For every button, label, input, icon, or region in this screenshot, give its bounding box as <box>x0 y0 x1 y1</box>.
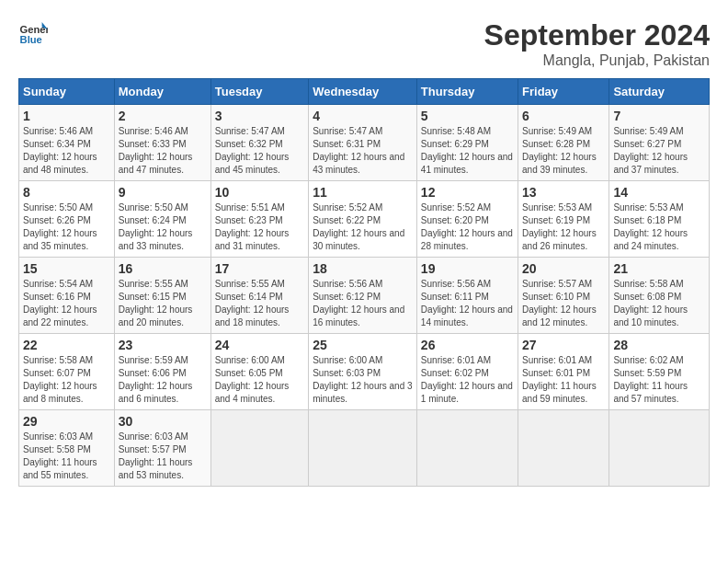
calendar-cell: 21 Sunrise: 5:58 AMSunset: 6:08 PMDaylig… <box>609 258 710 334</box>
day-detail: Sunrise: 5:55 AMSunset: 6:14 PMDaylight:… <box>215 279 290 327</box>
day-detail: Sunrise: 6:01 AMSunset: 6:01 PMDaylight:… <box>522 355 597 404</box>
calendar-cell: 7 Sunrise: 5:49 AMSunset: 6:27 PMDayligh… <box>609 105 710 181</box>
day-detail: Sunrise: 6:02 AMSunset: 5:59 PMDaylight:… <box>613 355 688 404</box>
day-detail: Sunrise: 5:49 AMSunset: 6:28 PMDaylight:… <box>522 126 597 175</box>
weekday-header-tuesday: Tuesday <box>210 79 308 105</box>
day-number: 28 <box>613 338 705 352</box>
weekday-header-friday: Friday <box>518 79 609 105</box>
day-number: 6 <box>522 109 605 123</box>
day-number: 17 <box>215 261 304 276</box>
day-detail: Sunrise: 5:56 AMSunset: 6:11 PMDaylight:… <box>421 279 513 327</box>
day-number: 13 <box>522 185 605 200</box>
day-number: 11 <box>313 185 413 200</box>
calendar-cell: 8 Sunrise: 5:50 AMSunset: 6:26 PMDayligh… <box>19 181 115 258</box>
calendar-cell: 30 Sunrise: 6:03 AMSunset: 5:57 PMDaylig… <box>114 410 210 487</box>
calendar-cell: 22 Sunrise: 5:58 AMSunset: 6:07 PMDaylig… <box>19 334 115 410</box>
weekday-header-wednesday: Wednesday <box>309 79 417 105</box>
day-detail: Sunrise: 5:56 AMSunset: 6:12 PMDaylight:… <box>313 279 404 327</box>
day-number: 25 <box>313 338 413 352</box>
day-number: 29 <box>23 414 110 429</box>
day-detail: Sunrise: 5:46 AMSunset: 6:34 PMDaylight:… <box>23 126 97 175</box>
calendar-cell: 14 Sunrise: 5:53 AMSunset: 6:18 PMDaylig… <box>609 181 710 258</box>
day-detail: Sunrise: 5:47 AMSunset: 6:31 PMDaylight:… <box>313 126 404 175</box>
day-detail: Sunrise: 5:46 AMSunset: 6:33 PMDaylight:… <box>119 126 193 175</box>
calendar-cell: 13 Sunrise: 5:53 AMSunset: 6:19 PMDaylig… <box>518 181 609 258</box>
calendar-cell: 3 Sunrise: 5:47 AMSunset: 6:32 PMDayligh… <box>210 105 308 181</box>
week-row-4: 22 Sunrise: 5:58 AMSunset: 6:07 PMDaylig… <box>19 334 710 410</box>
calendar-cell: 16 Sunrise: 5:55 AMSunset: 6:15 PMDaylig… <box>114 258 210 334</box>
day-number: 7 <box>613 109 705 123</box>
logo-icon: General Blue <box>18 18 48 48</box>
svg-text:Blue: Blue <box>20 34 42 45</box>
day-detail: Sunrise: 5:51 AMSunset: 6:23 PMDaylight:… <box>215 202 290 251</box>
day-number: 30 <box>119 414 207 429</box>
header: General Blue September 2024 Mangla, Punj… <box>18 18 710 69</box>
week-row-5: 29 Sunrise: 6:03 AMSunset: 5:58 PMDaylig… <box>19 410 710 487</box>
day-number: 14 <box>613 185 705 200</box>
calendar-cell <box>309 410 417 487</box>
day-detail: Sunrise: 5:57 AMSunset: 6:10 PMDaylight:… <box>522 279 597 327</box>
day-number: 8 <box>23 185 110 200</box>
day-detail: Sunrise: 5:58 AMSunset: 6:07 PMDaylight:… <box>23 355 97 404</box>
day-detail: Sunrise: 5:47 AMSunset: 6:32 PMDaylight:… <box>215 126 290 175</box>
day-detail: Sunrise: 6:03 AMSunset: 5:58 PMDaylight:… <box>23 431 97 480</box>
calendar-cell <box>416 410 518 487</box>
calendar-cell: 11 Sunrise: 5:52 AMSunset: 6:22 PMDaylig… <box>309 181 417 258</box>
subtitle: Mangla, Punjab, Pakistan <box>484 52 710 69</box>
calendar-cell: 28 Sunrise: 6:02 AMSunset: 5:59 PMDaylig… <box>609 334 710 410</box>
day-detail: Sunrise: 5:48 AMSunset: 6:29 PMDaylight:… <box>421 126 513 175</box>
day-number: 9 <box>119 185 207 200</box>
day-detail: Sunrise: 5:59 AMSunset: 6:06 PMDaylight:… <box>119 355 193 404</box>
calendar-cell <box>609 410 710 487</box>
day-detail: Sunrise: 6:00 AMSunset: 6:03 PMDaylight:… <box>313 355 412 404</box>
day-number: 23 <box>119 338 207 352</box>
calendar-cell: 24 Sunrise: 6:00 AMSunset: 6:05 PMDaylig… <box>210 334 308 410</box>
calendar-cell: 15 Sunrise: 5:54 AMSunset: 6:16 PMDaylig… <box>19 258 115 334</box>
day-detail: Sunrise: 5:50 AMSunset: 6:24 PMDaylight:… <box>119 202 193 251</box>
calendar-cell: 29 Sunrise: 6:03 AMSunset: 5:58 PMDaylig… <box>19 410 115 487</box>
day-detail: Sunrise: 6:00 AMSunset: 6:05 PMDaylight:… <box>215 355 290 404</box>
day-number: 24 <box>215 338 304 352</box>
day-number: 2 <box>119 109 207 123</box>
day-number: 27 <box>522 338 605 352</box>
weekday-header-thursday: Thursday <box>416 79 518 105</box>
day-detail: Sunrise: 5:49 AMSunset: 6:27 PMDaylight:… <box>613 126 688 175</box>
day-number: 1 <box>23 109 110 123</box>
day-detail: Sunrise: 6:03 AMSunset: 5:57 PMDaylight:… <box>119 431 193 480</box>
weekday-header-saturday: Saturday <box>609 79 710 105</box>
day-number: 12 <box>421 185 514 200</box>
calendar-cell: 25 Sunrise: 6:00 AMSunset: 6:03 PMDaylig… <box>309 334 417 410</box>
day-detail: Sunrise: 5:50 AMSunset: 6:26 PMDaylight:… <box>23 202 97 251</box>
week-row-2: 8 Sunrise: 5:50 AMSunset: 6:26 PMDayligh… <box>19 181 710 258</box>
day-detail: Sunrise: 5:54 AMSunset: 6:16 PMDaylight:… <box>23 279 97 327</box>
calendar-cell: 4 Sunrise: 5:47 AMSunset: 6:31 PMDayligh… <box>309 105 417 181</box>
calendar-cell: 27 Sunrise: 6:01 AMSunset: 6:01 PMDaylig… <box>518 334 609 410</box>
week-row-1: 1 Sunrise: 5:46 AMSunset: 6:34 PMDayligh… <box>19 105 710 181</box>
calendar-cell: 23 Sunrise: 5:59 AMSunset: 6:06 PMDaylig… <box>114 334 210 410</box>
week-row-3: 15 Sunrise: 5:54 AMSunset: 6:16 PMDaylig… <box>19 258 710 334</box>
day-number: 21 <box>613 261 705 276</box>
day-number: 10 <box>215 185 304 200</box>
main-title: September 2024 <box>484 18 710 52</box>
day-number: 18 <box>313 261 413 276</box>
day-detail: Sunrise: 5:58 AMSunset: 6:08 PMDaylight:… <box>613 279 688 327</box>
calendar-cell <box>210 410 308 487</box>
day-number: 20 <box>522 261 605 276</box>
calendar-cell: 1 Sunrise: 5:46 AMSunset: 6:34 PMDayligh… <box>19 105 115 181</box>
calendar-cell: 18 Sunrise: 5:56 AMSunset: 6:12 PMDaylig… <box>309 258 417 334</box>
day-number: 3 <box>215 109 304 123</box>
calendar-cell <box>518 410 609 487</box>
day-detail: Sunrise: 5:52 AMSunset: 6:22 PMDaylight:… <box>313 202 404 251</box>
day-detail: Sunrise: 6:01 AMSunset: 6:02 PMDaylight:… <box>421 355 513 404</box>
day-number: 22 <box>23 338 110 352</box>
weekday-header-sunday: Sunday <box>19 79 115 105</box>
day-detail: Sunrise: 5:52 AMSunset: 6:20 PMDaylight:… <box>421 202 513 251</box>
day-detail: Sunrise: 5:53 AMSunset: 6:18 PMDaylight:… <box>613 202 688 251</box>
calendar-cell: 17 Sunrise: 5:55 AMSunset: 6:14 PMDaylig… <box>210 258 308 334</box>
calendar-cell: 20 Sunrise: 5:57 AMSunset: 6:10 PMDaylig… <box>518 258 609 334</box>
day-detail: Sunrise: 5:53 AMSunset: 6:19 PMDaylight:… <box>522 202 597 251</box>
calendar-cell: 10 Sunrise: 5:51 AMSunset: 6:23 PMDaylig… <box>210 181 308 258</box>
calendar-cell: 12 Sunrise: 5:52 AMSunset: 6:20 PMDaylig… <box>416 181 518 258</box>
day-number: 4 <box>313 109 413 123</box>
calendar-cell: 6 Sunrise: 5:49 AMSunset: 6:28 PMDayligh… <box>518 105 609 181</box>
